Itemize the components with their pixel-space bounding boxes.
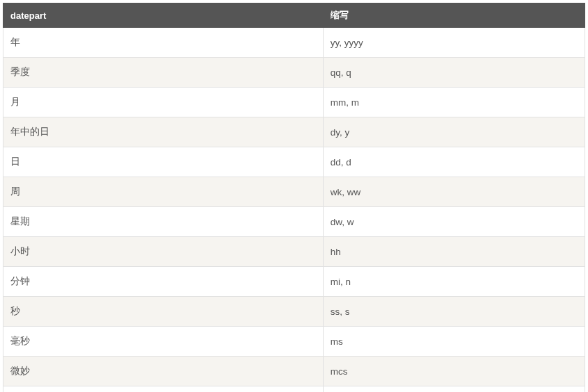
cell-datepart: 星期 <box>3 207 324 237</box>
table-row: 季度 qq, q <box>3 58 585 88</box>
table-body: 年 yy, yyyy 季度 qq, q 月 mm, m 年中的日 dy, y 日… <box>3 28 585 393</box>
cell-abbr: hh <box>323 237 585 267</box>
table-row: 日 dd, d <box>3 147 585 177</box>
cell-datepart: 分钟 <box>3 267 324 297</box>
cell-datepart: 年 <box>3 28 324 58</box>
table-row: 年中的日 dy, y <box>3 117 585 147</box>
cell-abbr: yy, yyyy <box>323 28 585 58</box>
cell-datepart: 微妙 <box>3 357 324 386</box>
table-row: 月 mm, m <box>3 88 585 117</box>
table-row: 年 yy, yyyy <box>3 28 585 58</box>
cell-abbr: wk, ww <box>323 177 585 207</box>
table-wrapper: datepart 缩写 年 yy, yyyy 季度 qq, q 月 mm, m … <box>3 3 585 392</box>
cell-datepart: 季度 <box>3 58 324 88</box>
cell-datepart: 纳秒 <box>3 386 324 393</box>
cell-datepart: 秒 <box>3 297 324 327</box>
cell-abbr: dw, w <box>323 207 585 237</box>
table-row: 周 wk, ww <box>3 177 585 207</box>
cell-datepart: 日 <box>3 147 324 177</box>
table-row: 小时 hh <box>3 237 585 267</box>
cell-abbr: dd, d <box>323 147 585 177</box>
table-row: 纳秒 ns <box>3 386 585 393</box>
cell-abbr: mcs <box>323 357 585 386</box>
cell-datepart: 年中的日 <box>3 117 324 147</box>
table-row: 星期 dw, w <box>3 207 585 237</box>
cell-datepart: 周 <box>3 177 324 207</box>
header-row: datepart 缩写 <box>3 3 585 28</box>
header-datepart: datepart <box>3 3 324 28</box>
cell-datepart: 小时 <box>3 237 324 267</box>
cell-abbr: mi, n <box>323 267 585 297</box>
header-abbr: 缩写 <box>323 3 585 28</box>
cell-abbr: ms <box>323 327 585 357</box>
cell-datepart: 毫秒 <box>3 327 324 357</box>
cell-abbr: mm, m <box>323 88 585 117</box>
cell-datepart: 月 <box>3 88 324 117</box>
cell-abbr: ns <box>323 386 585 393</box>
table-row: 微妙 mcs <box>3 357 585 386</box>
cell-abbr: qq, q <box>323 58 585 88</box>
table-row: 毫秒 ms <box>3 327 585 357</box>
datepart-table: datepart 缩写 年 yy, yyyy 季度 qq, q 月 mm, m … <box>3 3 585 392</box>
table-row: 秒 ss, s <box>3 297 585 327</box>
cell-abbr: ss, s <box>323 297 585 327</box>
cell-abbr: dy, y <box>323 117 585 147</box>
table-row: 分钟 mi, n <box>3 267 585 297</box>
